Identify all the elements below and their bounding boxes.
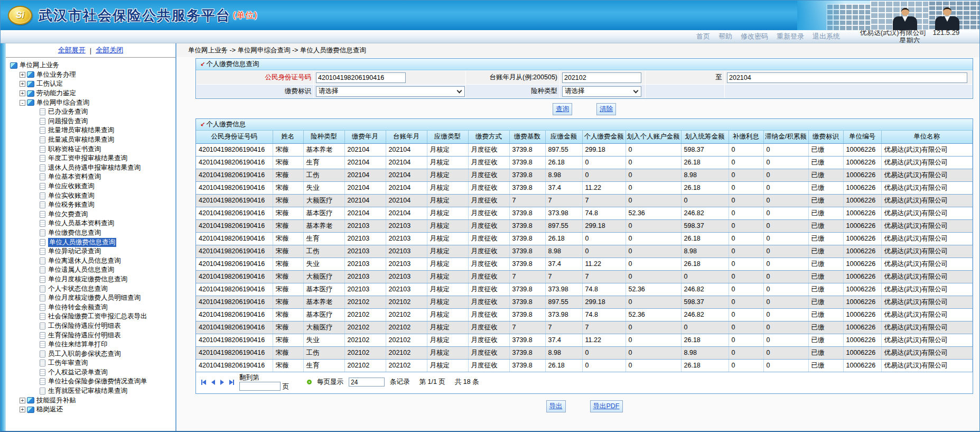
sidebar-item[interactable]: 问题报告查询 xyxy=(10,117,174,126)
tree-toggle-icon[interactable]: - xyxy=(20,100,25,106)
sidebar-item-label[interactable]: 单位人员基本资料查询 xyxy=(48,219,114,228)
sidebar-item[interactable]: 个人权益记录单查询 xyxy=(10,368,174,378)
query-button[interactable]: 查询 xyxy=(553,103,572,115)
sidebar-item-label[interactable]: 工伤年审查询 xyxy=(48,359,88,367)
sidebar-item[interactable]: 单位社会保险参保缴费情况查询单 xyxy=(10,377,174,387)
sidebar-item[interactable]: 社会保险缴费工资申报汇总表导出 xyxy=(10,312,174,321)
per-page-input[interactable] xyxy=(349,378,385,387)
sidebar-node-label[interactable]: 劳动能力鉴定 xyxy=(36,89,76,98)
sidebar-item[interactable]: 年度工资申报审核结果查询 xyxy=(10,154,174,163)
sidebar-item[interactable]: 工伤保险待遇应付明细表 xyxy=(10,321,174,331)
export-pdf-button[interactable]: 导出PDF xyxy=(590,400,623,412)
sidebar-item-label[interactable]: 单位缴费信息查询 xyxy=(48,228,101,237)
sidebar-item[interactable]: 批量减员审核结果查询 xyxy=(10,135,174,145)
sidebar-item[interactable]: 单位实收账查询 xyxy=(10,191,174,200)
id-number-input[interactable] xyxy=(316,72,406,83)
sidebar-item-label[interactable]: 批量增员审核结果查询 xyxy=(48,126,114,135)
topnav-link-首页[interactable]: 首页 xyxy=(696,32,710,41)
sidebar-item-label[interactable]: 单位税务账查询 xyxy=(48,200,95,209)
sidebar-item[interactable]: 单位异动记录查询 xyxy=(10,247,174,256)
sidebar-item-label[interactable]: 个人卡状态信息查询 xyxy=(48,284,108,293)
sidebar-item[interactable]: 个人卡状态信息查询 xyxy=(10,284,174,293)
sidebar-node[interactable]: +工伤认定 xyxy=(10,79,174,89)
collapse-all-link[interactable]: 全部关闭 xyxy=(96,45,123,55)
sidebar-item[interactable]: 单位遗属人员信息查询 xyxy=(10,265,174,275)
first-page-button[interactable] xyxy=(201,380,206,385)
sidebar-item-label[interactable]: 单位往来结算单打印 xyxy=(48,340,108,349)
sidebar-item-label[interactable]: 问题报告查询 xyxy=(48,117,88,126)
sidebar-item-label[interactable]: 社会保险缴费工资申报汇总表导出 xyxy=(48,312,147,321)
sidebar-item-label[interactable]: 工伤保险待遇应付明细表 xyxy=(48,321,121,330)
sidebar-item-label[interactable]: 已办业务查询 xyxy=(48,107,88,116)
sidebar-item-label[interactable]: 退休人员待遇申报审核结果查询 xyxy=(48,163,141,172)
sidebar-item[interactable]: 已办业务查询 xyxy=(10,107,174,117)
insurance-type-select[interactable]: 请选择 xyxy=(562,86,641,97)
sidebar-item-label[interactable]: 单位离退休人员信息查询 xyxy=(48,256,121,265)
sidebar-item-label[interactable]: 单位月度核定缴费人员明细查询 xyxy=(48,293,141,302)
sidebar-item-label[interactable]: 年度工资申报审核结果查询 xyxy=(48,154,127,163)
sidebar-node-label[interactable]: 工伤认定 xyxy=(36,79,63,88)
sidebar-item[interactable]: 工伤年审查询 xyxy=(10,359,174,368)
next-page-button[interactable] xyxy=(220,380,224,385)
sidebar-item[interactable]: 单位离退休人员信息查询 xyxy=(10,256,174,265)
sidebar-item-label[interactable]: 生育保险待遇应付明细表 xyxy=(48,331,121,340)
export-button[interactable]: 导出 xyxy=(546,400,566,412)
tree-toggle-icon[interactable]: + xyxy=(20,398,25,403)
sidebar-item[interactable]: 单位人员缴费信息查询 xyxy=(10,237,174,247)
sidebar-item-label[interactable]: 单位应收账查询 xyxy=(48,182,95,191)
topnav-link-帮助[interactable]: 帮助 xyxy=(718,32,732,41)
sidebar-item[interactable]: 单位欠费查询 xyxy=(10,210,174,219)
sidebar-item-label[interactable]: 单位月度核定缴费信息查询 xyxy=(48,275,127,284)
sidebar-item-label[interactable]: 员工入职前参保状态查询 xyxy=(48,350,121,359)
last-page-button[interactable] xyxy=(229,380,234,385)
sidebar-node[interactable]: +单位业务办理 xyxy=(10,70,174,80)
sidebar-item[interactable]: 单位月度核定缴费人员明细查询 xyxy=(10,293,174,303)
goto-page-input[interactable] xyxy=(239,382,281,391)
sidebar-item-label[interactable]: 个人权益记录单查询 xyxy=(48,368,108,377)
sidebar-node[interactable]: +稳岗返还 xyxy=(10,405,174,415)
sidebar-item[interactable]: 批量增员审核结果查询 xyxy=(10,126,174,135)
sidebar-item[interactable]: 单位应收账查询 xyxy=(10,182,174,191)
sidebar-node-label[interactable]: 单位业务办理 xyxy=(36,70,76,79)
sidebar-item-label[interactable]: 单位待转金余额查询 xyxy=(48,303,108,312)
sidebar-item[interactable]: 单位税务账查询 xyxy=(10,200,174,210)
sidebar-node[interactable]: -单位网申综合查询 xyxy=(10,98,174,107)
sidebar-item[interactable]: 退休人员待遇申报审核结果查询 xyxy=(10,163,174,173)
sidebar-node[interactable]: +劳动能力鉴定 xyxy=(10,89,174,98)
sidebar-item[interactable]: 生育保险待遇应付明细表 xyxy=(10,330,174,340)
sidebar-item-label[interactable]: 单位异动记录查询 xyxy=(48,247,101,256)
tree-toggle-icon[interactable]: + xyxy=(20,81,25,87)
sidebar-item-label[interactable]: 批量减员审核结果查询 xyxy=(48,135,114,144)
topnav-link-退出系统[interactable]: 退出系统 xyxy=(813,32,840,41)
sidebar-node-label[interactable]: 稳岗返还 xyxy=(36,405,63,414)
tree-toggle-icon[interactable]: + xyxy=(20,407,25,412)
tree-root[interactable]: 单位网上业务 xyxy=(10,61,174,70)
sidebar-item[interactable]: 单位缴费信息查询 xyxy=(10,228,174,238)
sidebar-item-label[interactable]: 单位欠费查询 xyxy=(48,210,88,219)
sidebar-item[interactable]: 单位往来结算单打印 xyxy=(10,340,174,350)
sidebar-node[interactable]: +技能提升补贴 xyxy=(10,396,174,405)
sidebar-item-label[interactable]: 单位基本资料查询 xyxy=(48,172,101,181)
sidebar-node-label[interactable]: 技能提升补贴 xyxy=(36,396,76,405)
go-button[interactable] xyxy=(307,380,312,384)
sidebar-item-label[interactable]: 生育就医登记审核结果查询 xyxy=(48,387,127,396)
sidebar-item-label[interactable]: 单位实收账查询 xyxy=(48,191,95,200)
sidebar-item[interactable]: 单位待转金余额查询 xyxy=(10,302,174,312)
sidebar-item[interactable]: 员工入职前参保状态查询 xyxy=(10,349,174,359)
sidebar-item-label[interactable]: 单位社会保险参保缴费情况查询单 xyxy=(48,377,147,386)
sidebar-item-label[interactable]: 职称资格证书查询 xyxy=(48,145,101,154)
sidebar-item[interactable]: 单位人员基本资料查询 xyxy=(10,219,174,228)
pay-flag-select[interactable]: 请选择 xyxy=(316,86,465,97)
tree-toggle-icon[interactable]: + xyxy=(20,72,25,78)
topnav-link-重新登录[interactable]: 重新登录 xyxy=(777,32,804,41)
sidebar-item[interactable]: 单位月度核定缴费信息查询 xyxy=(10,275,174,284)
topnav-link-修改密码[interactable]: 修改密码 xyxy=(741,32,768,41)
expand-all-link[interactable]: 全部展开 xyxy=(58,45,86,55)
ledger-to-input[interactable] xyxy=(727,72,967,83)
sidebar-item-label[interactable]: 单位人员缴费信息查询 xyxy=(48,238,116,247)
sidebar-item[interactable]: 生育就医登记审核结果查询 xyxy=(10,387,174,396)
tree-root-label[interactable]: 单位网上业务 xyxy=(20,61,59,70)
clear-button[interactable]: 清除 xyxy=(596,103,616,115)
sidebar-item[interactable]: 职称资格证书查询 xyxy=(10,144,174,154)
ledger-from-input[interactable] xyxy=(562,72,641,83)
